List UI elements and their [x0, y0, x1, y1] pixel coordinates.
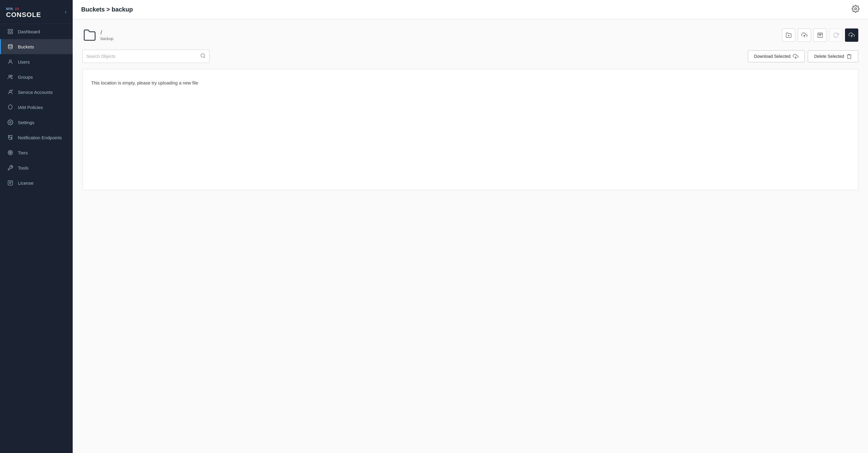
sidebar-item-groups[interactable]: Groups	[0, 69, 73, 85]
tiers-icon	[7, 149, 13, 156]
download-selected-button[interactable]: Download Selected	[748, 50, 805, 62]
tools-icon	[7, 164, 13, 171]
sidebar-item-notification-endpoints[interactable]: Notification Endpoints	[0, 130, 73, 145]
buckets-icon	[7, 43, 13, 50]
delete-selected-button[interactable]: Delete Selected	[808, 50, 858, 62]
groups-icon	[7, 73, 13, 80]
sidebar: MIN |O CONSOLE ‹ Dashboard Buckets Users	[0, 0, 73, 453]
logo-console: CONSOLE	[6, 11, 41, 18]
svg-point-7	[9, 60, 11, 62]
svg-rect-2	[8, 29, 10, 31]
sidebar-item-settings[interactable]: Settings	[0, 115, 73, 130]
sidebar-item-tiers-label: Tiers	[18, 150, 28, 155]
dashboard-icon	[7, 28, 13, 35]
svg-point-10	[9, 90, 11, 92]
breadcrumb: Buckets > backup	[81, 6, 133, 13]
sidebar-item-users-label: Users	[18, 59, 30, 65]
sidebar-item-iam-policies[interactable]: IAM Policies	[0, 100, 73, 115]
folder-actions	[782, 29, 858, 42]
search-icon	[200, 53, 206, 60]
sidebar-header: MIN |O CONSOLE ‹	[0, 0, 73, 24]
svg-point-14	[9, 152, 11, 154]
sidebar-item-iam-label: IAM Policies	[18, 105, 43, 110]
sidebar-item-service-accounts-label: Service Accounts	[18, 90, 53, 95]
iam-icon	[7, 104, 13, 110]
sidebar-item-dashboard-label: Dashboard	[18, 29, 40, 34]
svg-text:|O: |O	[15, 7, 20, 10]
delete-selected-label: Delete Selected	[814, 54, 844, 59]
svg-rect-3	[11, 29, 13, 31]
search-input[interactable]	[86, 54, 200, 59]
download-selected-label: Download Selected	[754, 54, 791, 59]
notification-icon	[7, 134, 13, 141]
svg-point-20	[855, 7, 857, 10]
action-buttons: Download Selected Delete Selected	[748, 50, 858, 62]
svg-point-8	[9, 75, 10, 77]
collapse-button[interactable]: ‹	[64, 7, 68, 17]
svg-point-12	[10, 122, 11, 123]
sidebar-item-license[interactable]: License	[0, 175, 73, 191]
sidebar-item-buckets-label: Buckets	[18, 44, 34, 50]
folder-slash: /	[100, 29, 113, 36]
toolbar-row: Download Selected Delete Selected	[82, 50, 858, 63]
sidebar-item-dashboard[interactable]: Dashboard	[0, 24, 73, 39]
sidebar-item-settings-label: Settings	[18, 120, 34, 125]
svg-rect-4	[8, 32, 10, 34]
empty-state: This location is empty, please try uploa…	[82, 69, 858, 190]
sidebar-item-service-accounts[interactable]: Service Accounts	[0, 85, 73, 100]
users-icon	[7, 59, 13, 65]
content-area: / backup	[73, 20, 868, 453]
sidebar-item-groups-label: Groups	[18, 74, 33, 79]
folder-header: / backup	[82, 28, 858, 42]
sidebar-item-tools-label: Tools	[18, 165, 28, 170]
svg-rect-5	[11, 32, 13, 34]
refresh-button[interactable]	[829, 29, 842, 42]
svg-point-26	[201, 54, 205, 57]
settings-nav-icon	[7, 119, 13, 126]
svg-point-9	[11, 75, 12, 76]
main-content: Buckets > backup / backup	[73, 0, 868, 453]
sidebar-item-buckets[interactable]: Buckets	[0, 39, 73, 54]
svg-point-15	[10, 152, 10, 153]
empty-message: This location is empty, please try uploa…	[91, 80, 849, 86]
logo: MIN |O CONSOLE	[6, 5, 41, 18]
svg-point-11	[11, 90, 13, 91]
share-button[interactable]	[813, 29, 827, 42]
global-settings-button[interactable]	[851, 5, 860, 14]
sidebar-item-users[interactable]: Users	[0, 54, 73, 69]
upload-files-button[interactable]	[845, 29, 858, 42]
logo-mini: MIN |O	[6, 5, 41, 11]
sidebar-item-tiers[interactable]: Tiers	[0, 145, 73, 160]
top-bar: Buckets > backup	[73, 0, 868, 20]
create-folder-button[interactable]	[782, 29, 795, 42]
svg-text:MIN: MIN	[6, 7, 13, 10]
search-box[interactable]	[82, 50, 210, 63]
sidebar-item-notification-label: Notification Endpoints	[18, 135, 62, 140]
service-accounts-icon	[7, 89, 13, 95]
folder-icon	[82, 28, 97, 42]
folder-path: / backup	[100, 29, 113, 41]
license-icon	[7, 180, 13, 186]
sidebar-item-license-label: License	[18, 181, 34, 186]
folder-name: backup	[100, 36, 113, 41]
svg-line-27	[204, 57, 205, 58]
upload-button[interactable]	[798, 29, 811, 42]
svg-point-13	[8, 151, 13, 155]
folder-info: / backup	[82, 28, 113, 42]
sidebar-item-tools[interactable]: Tools	[0, 160, 73, 175]
